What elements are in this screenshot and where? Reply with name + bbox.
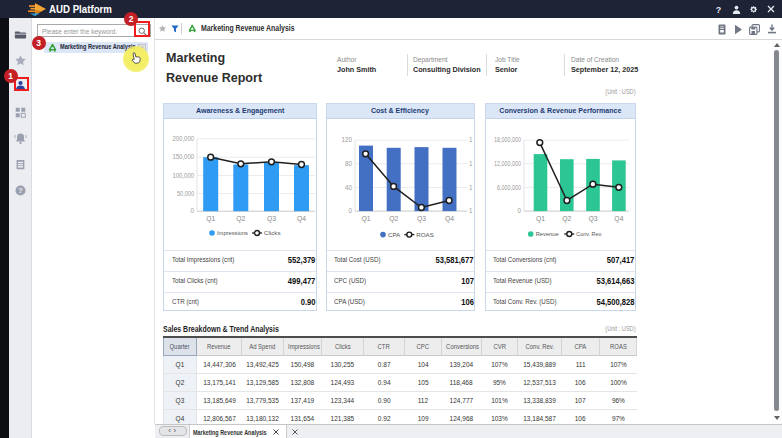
svg-text:Impressions: Impressions	[217, 229, 248, 236]
svg-text:Q3: Q3	[267, 215, 276, 223]
svg-text:1: 1	[469, 207, 473, 214]
svg-text:Q1: Q1	[206, 215, 215, 223]
svg-text:Q2: Q2	[236, 215, 245, 223]
svg-text:50,000: 50,000	[177, 189, 194, 196]
svg-text:1: 1	[469, 159, 473, 166]
svg-text:1: 1	[469, 183, 473, 190]
svg-text:1: 1	[469, 136, 473, 143]
svg-text:80: 80	[345, 159, 352, 166]
svg-text:Q2: Q2	[562, 214, 571, 222]
svg-text:12,000,000: 12,000,000	[493, 159, 520, 166]
svg-text:120: 120	[341, 136, 352, 143]
svg-text:Clicks: Clicks	[264, 229, 281, 236]
svg-text:Q3: Q3	[588, 214, 597, 222]
svg-text:?: ?	[18, 186, 23, 195]
svg-text:100,000: 100,000	[173, 171, 195, 178]
svg-text:0: 0	[348, 207, 352, 214]
svg-text:0: 0	[190, 207, 194, 214]
svg-text:Q3: Q3	[417, 214, 426, 222]
svg-text:Q4: Q4	[297, 215, 306, 223]
svg-text:CPA: CPA	[388, 230, 401, 237]
svg-text:18,000,000: 18,000,000	[493, 136, 520, 143]
svg-text:Conv. Rev.: Conv. Rev.	[576, 230, 602, 237]
svg-text:Q4: Q4	[445, 214, 454, 222]
svg-text:Q4: Q4	[614, 214, 623, 222]
svg-text:0: 0	[517, 207, 521, 214]
svg-text:200,000: 200,000	[173, 135, 195, 142]
svg-text:Q2: Q2	[389, 214, 398, 222]
svg-text:Q1: Q1	[535, 214, 544, 222]
svg-text:?: ?	[716, 5, 722, 14]
svg-text:Q1: Q1	[361, 214, 370, 222]
svg-text:ROAS: ROAS	[416, 230, 434, 237]
svg-text:40: 40	[345, 183, 352, 190]
svg-text:Revenue: Revenue	[535, 230, 559, 237]
svg-text:6,000,000: 6,000,000	[496, 183, 520, 190]
svg-text:150,000: 150,000	[173, 153, 195, 160]
